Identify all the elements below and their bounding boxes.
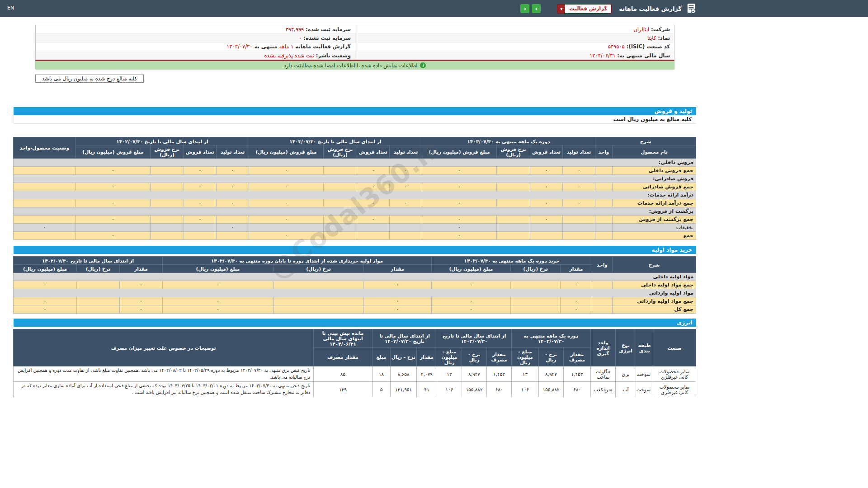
row-materials-grand-total: جمع کل۰۰۰۰۰۰: [13, 305, 696, 314]
table-cell: [150, 199, 184, 207]
table-cell: ۱۳: [511, 366, 538, 382]
column-header: نرخ (ریال): [511, 265, 561, 273]
table-cell: ۵: [372, 382, 390, 397]
table-cell: [75, 224, 150, 232]
info-row: سال مالی منتهی به:۱۴۰۴/۰۶/۳۱: [355, 51, 674, 60]
column-header: دوره یک ماهه منتهی به ۱۴۰۳/۰۷/۳۰: [511, 329, 590, 348]
column-header: دوره یک ماهه منتهی به ۱۴۰۳/۰۷/۳۰: [422, 137, 595, 145]
info-icon: [420, 62, 426, 68]
currency-note-box: کلیه مبالغ درج شده به میلیون ریال می باش…: [35, 75, 144, 83]
table-cell: [595, 224, 613, 232]
table-cell: ۰: [75, 199, 150, 207]
info-value: ۰: [299, 35, 302, 41]
row-services-income-total: جمع درآمد ارائه خدمات۰۰۰۰۰۰۰۰۰: [13, 199, 696, 207]
info-label: کد صنعت (ISIC):: [627, 43, 670, 50]
table-cell: [595, 183, 613, 191]
table-cell: ۰: [75, 232, 150, 240]
language-toggle-en[interactable]: EN: [7, 5, 14, 11]
table-cell: ۰: [422, 232, 497, 240]
table-cell: جمع برگشت از فروش: [613, 216, 696, 224]
row-energy-water: سایر محصولات کانی غیرفلزیسوختآبمترمکعب۶۸…: [13, 382, 696, 397]
column-header: از ابتدای سال مالی تا تاریخ ۱۴۰۳/۰۷/۳۰: [249, 137, 422, 145]
column-header: نرخ - ریال: [539, 348, 564, 366]
table-cell: [324, 183, 357, 191]
info-value: ۱۴۰۴/۰۶/۳۱: [590, 52, 615, 59]
production-currency-note: کلیه مبالغ به میلیون ریال است: [14, 115, 696, 124]
table-cell: ۰: [75, 183, 150, 191]
info-label: سرمایه ثبت نشده:: [304, 35, 351, 41]
table-cell: ۱۳: [437, 366, 462, 382]
table-cell: جمع مواد اولیه داخلی: [613, 281, 696, 289]
table-cell: ۸,۶۵۸: [390, 366, 416, 382]
table-cell: تخفیفات: [613, 224, 696, 232]
table-cell: [592, 297, 613, 305]
table-cell: ۰: [422, 216, 497, 224]
table-cell: [324, 199, 357, 207]
report-type-dropdown[interactable]: گزارش فعالیت ▾: [557, 4, 612, 14]
section-raw-materials: خرید مواد اولیه شرحواحدخرید دوره یک ماهه…: [14, 246, 696, 314]
table-cell: ۱۲۱,۹۵۱: [390, 382, 416, 397]
info-label: منتهی به: [254, 43, 277, 50]
column-header: تعداد فروش: [184, 145, 216, 159]
table-cell: ۰: [357, 183, 390, 191]
row-discounts: تخفیفات۰۰۰: [13, 224, 696, 232]
table-cell: ۶۸۰: [564, 382, 591, 397]
table-cell: [324, 224, 357, 232]
info-row: وضعیت ناشر:ثبت شده پذیرفته نشده: [36, 51, 355, 60]
info-value: ۱۴۰۳/۰۷/۳۰: [226, 43, 252, 50]
table-cell: ۱۰۶: [511, 382, 538, 397]
table-cell: ۰: [184, 216, 216, 224]
header-row: شرحدوره یک ماهه منتهی به ۱۴۰۳/۰۷/۳۰از اب…: [13, 137, 696, 145]
column-header: شرح: [613, 257, 696, 273]
table-cell: [150, 216, 184, 224]
header-row: نام محصولواحدتعداد تولیدتعداد فروشنرخ فر…: [13, 145, 696, 159]
table-cell: [13, 183, 75, 191]
table-cell: [390, 232, 422, 240]
report-nav-arrows: › ‹: [520, 4, 541, 13]
table-cell: ۱۵۵,۸۸۲: [539, 382, 564, 397]
column-header: وضعیت محصول-واحد: [13, 137, 75, 159]
table-cell: [497, 167, 530, 175]
table-cell: [497, 199, 530, 207]
table-cell: [76, 305, 119, 314]
table-cell: ۰: [530, 199, 563, 207]
column-header: مبلغ فروش (میلیون ریال): [249, 145, 323, 159]
column-header: تعداد تولید: [390, 145, 422, 159]
table-cell: تاریخ قبض برق منتهی به ۱۴۰۲/۰۷/۳۰ مربوط …: [13, 366, 313, 382]
section-energy: انرژی صنعتطبقه بندینوع انرژیواحد اندازه …: [14, 319, 696, 397]
company-info-panel: شرکت:ایتالراننماد:کایتاکد صنعت (ISIC):۵۴…: [35, 25, 675, 70]
column-header: مبلغ (میلیون ریال): [431, 265, 510, 273]
section-production-sales: تولید و فروش کلیه مبالغ به میلیون ریال ا…: [14, 107, 696, 240]
table-cell: [357, 232, 390, 240]
row-export-sales-header: فروش صادراتی:: [13, 175, 696, 183]
table-cell: فروش صادراتی:: [13, 175, 696, 183]
column-header: نرخ فروش (ریال): [497, 145, 530, 159]
table-cell: مواد اولیه داخلی: [13, 273, 696, 281]
column-header: مقدار: [119, 265, 162, 273]
previous-report-button[interactable]: ‹: [520, 4, 529, 13]
column-header: مبلغ: [372, 348, 390, 366]
column-header: تعداد تولید: [216, 145, 249, 159]
codal-monthly-activity-page: { "colors": { "topbar": "#3e4f60", "acce…: [0, 0, 868, 488]
table-cell: ۰: [216, 167, 249, 175]
table-cell: [511, 305, 561, 314]
next-report-button[interactable]: ›: [532, 4, 541, 13]
info-label: سرمایه ثبت شده:: [306, 26, 351, 33]
report-type-label: گزارش فعالیت: [565, 5, 611, 13]
table-cell: [184, 224, 216, 232]
table-cell: ۰: [357, 199, 390, 207]
column-header: مقدار: [561, 265, 592, 273]
header-row: صنعتطبقه بندینوع انرژیواحد اندازه گیریدو…: [13, 329, 696, 348]
info-row: نماد:کایتا: [355, 34, 674, 42]
column-header: مقدار: [416, 348, 437, 366]
column-header: از ابتدای سال مالی تا تاریخ ۱۴۰۲/۰۷/۳۰: [75, 137, 249, 145]
table-cell: ۰: [561, 297, 592, 305]
table-cell: [324, 216, 357, 224]
column-header: مبلغ (میلیون ریال): [13, 265, 76, 273]
table-cell: ۰: [119, 297, 162, 305]
table-cell: [497, 232, 530, 240]
info-row: گزارش فعالیت ماهانه۱ ماههمنتهی به۱۴۰۳/۰۷…: [36, 42, 355, 51]
row-services-income-header: درآمد ارائه خدمات:: [13, 191, 696, 199]
table-cell: ۱۰۶: [437, 382, 462, 397]
table-cell: [150, 183, 184, 191]
